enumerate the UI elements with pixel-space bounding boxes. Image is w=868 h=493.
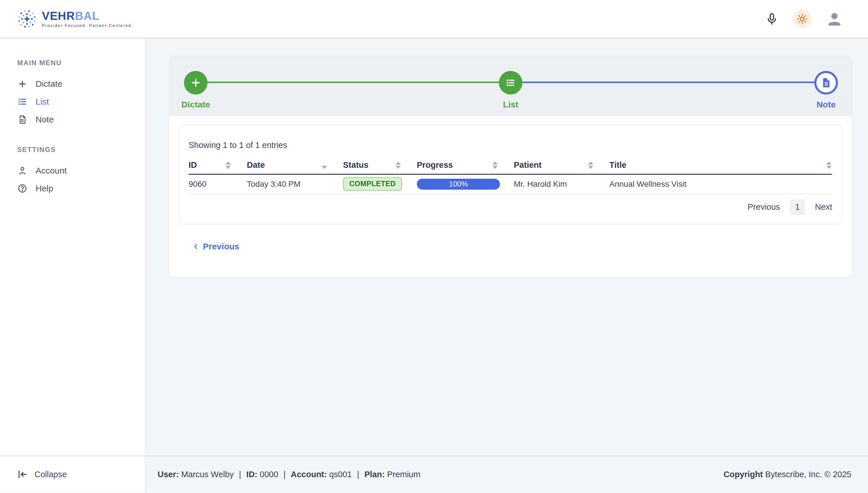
stepper-step-dictate[interactable]: Dictate	[167, 71, 225, 109]
column-header-title[interactable]: Title	[609, 157, 832, 174]
back-link-label: Previous	[203, 242, 239, 251]
footer-copyright: Copyright Bytescribe, Inc. © 2025	[724, 470, 851, 479]
entries-table: ID Date	[188, 157, 832, 194]
separator: |	[283, 470, 285, 479]
user-name: Marcus Welby	[181, 470, 234, 479]
plan-label: Plan:	[364, 470, 385, 479]
user-icon	[17, 166, 27, 175]
plus-icon	[17, 79, 27, 89]
sidebar-item-label: Help	[36, 184, 53, 193]
collapse-label: Collapse	[35, 470, 67, 479]
user-avatar-button[interactable]	[826, 10, 843, 27]
stepper-step-note[interactable]: Note	[797, 71, 855, 109]
column-label: Progress	[417, 160, 453, 170]
progress-bar: 100%	[417, 179, 500, 190]
cell-id: 9060	[188, 174, 247, 194]
microphone-icon	[765, 12, 778, 26]
workflow-card: Dictate List	[169, 56, 852, 278]
sidebar-item-dictate[interactable]: Dictate	[17, 75, 145, 93]
card-body: Showing 1 to 1 of 1 entries ID	[169, 116, 852, 251]
pagination-previous-button[interactable]: Previous	[748, 202, 780, 212]
column-header-id[interactable]: ID	[188, 157, 247, 174]
sort-icon	[226, 162, 231, 169]
dot-burst-plus-icon	[16, 8, 38, 30]
help-icon	[17, 184, 27, 193]
brand-tagline: Provider Focused. Patient-Centered.	[42, 23, 133, 28]
sidebar-section-main-menu: MAIN MENU Dictate List Note	[17, 59, 145, 128]
cell-status: COMPLETED	[343, 174, 417, 194]
status-badge: COMPLETED	[343, 177, 402, 191]
step-label: List	[482, 100, 539, 109]
column-header-status[interactable]: Status	[343, 157, 417, 174]
sidebar-collapse-button[interactable]: Collapse	[0, 456, 145, 492]
progress-label: 100%	[417, 179, 500, 190]
table-row[interactable]: 9060 Today 3:40 PM COMPLETED 100%	[188, 174, 832, 194]
account-value: qs001	[329, 470, 352, 479]
sidebar-section-settings: SETTINGS Account Help	[17, 146, 145, 197]
user-label: User:	[158, 470, 179, 479]
copyright-text: Bytescribe, Inc. © 2025	[765, 470, 851, 479]
step-circle	[814, 71, 838, 94]
brand-logo: VEHRBAL Provider Focused. Patient-Center…	[16, 8, 133, 30]
table-header-row: ID Date	[188, 157, 832, 174]
note-icon	[17, 115, 27, 124]
step-label: Dictate	[167, 100, 225, 109]
collapse-left-icon	[17, 469, 28, 480]
plan-value: Premium	[387, 470, 420, 479]
separator: |	[357, 470, 359, 479]
microphone-button[interactable]	[765, 12, 778, 26]
account-label: Account:	[291, 470, 327, 479]
brand-wordmark: VEHRBAL Provider Focused. Patient-Center…	[42, 10, 133, 28]
step-circle	[499, 71, 522, 94]
entries-summary: Showing 1 to 1 of 1 entries	[188, 125, 832, 150]
sidebar: MAIN MENU Dictate List Note SE	[0, 38, 145, 456]
sidebar-item-label: Dictate	[36, 79, 62, 89]
sort-icon	[493, 162, 498, 169]
sort-desc-icon	[322, 162, 327, 169]
stepper-connector-complete	[196, 82, 511, 83]
sidebar-item-note[interactable]: Note	[17, 111, 145, 128]
sidebar-item-label: Note	[36, 115, 54, 124]
back-previous-link[interactable]: Previous	[192, 242, 239, 251]
topbar: VEHRBAL Provider Focused. Patient-Center…	[0, 0, 868, 38]
stepper-step-list[interactable]: List	[482, 71, 539, 109]
column-header-date[interactable]: Date	[247, 157, 343, 174]
column-label: ID	[188, 160, 197, 170]
workflow-stepper: Dictate List	[169, 56, 852, 116]
step-label: Note	[797, 100, 855, 109]
list-icon	[17, 97, 27, 107]
column-header-patient[interactable]: Patient	[514, 157, 609, 174]
pagination-next-button[interactable]: Next	[815, 202, 832, 212]
document-icon	[821, 77, 831, 88]
pagination-page-1[interactable]: 1	[790, 199, 805, 215]
column-label: Status	[343, 160, 369, 170]
entries-table-card: Showing 1 to 1 of 1 entries ID	[179, 125, 842, 224]
app-body: MAIN MENU Dictate List Note SE	[0, 38, 868, 456]
copyright-label: Copyright	[724, 470, 763, 479]
cell-title: Annual Wellness Visit	[609, 174, 832, 194]
sort-icon	[588, 162, 593, 169]
cell-patient: Mr. Harold Kim	[514, 174, 609, 194]
pagination: Previous 1 Next	[188, 199, 832, 215]
section-label-main-menu: MAIN MENU	[17, 59, 145, 67]
step-circle	[184, 71, 207, 94]
sort-icon	[395, 162, 401, 169]
separator: |	[239, 470, 241, 479]
brand-name-primary: VEHR	[42, 9, 75, 22]
user-avatar-icon	[826, 10, 843, 27]
sidebar-item-label: Account	[36, 166, 67, 175]
sidebar-item-account[interactable]: Account	[17, 162, 145, 179]
sidebar-item-help[interactable]: Help	[17, 179, 145, 197]
footer-main: User: Marcus Welby | ID: 0000 | Account:…	[145, 456, 868, 492]
sidebar-item-list[interactable]: List	[17, 93, 145, 111]
column-header-progress[interactable]: Progress	[417, 157, 514, 174]
sidebar-item-label: List	[36, 97, 49, 107]
plus-icon	[190, 77, 202, 88]
id-label: ID:	[246, 470, 257, 479]
theme-toggle-button[interactable]	[793, 10, 811, 28]
brand-name-secondary: BAL	[75, 9, 99, 22]
sun-icon	[797, 13, 808, 25]
id-value: 0000	[260, 470, 278, 479]
main-content: Dictate List	[145, 38, 868, 456]
footer: Collapse User: Marcus Welby | ID: 0000 |…	[0, 456, 868, 492]
